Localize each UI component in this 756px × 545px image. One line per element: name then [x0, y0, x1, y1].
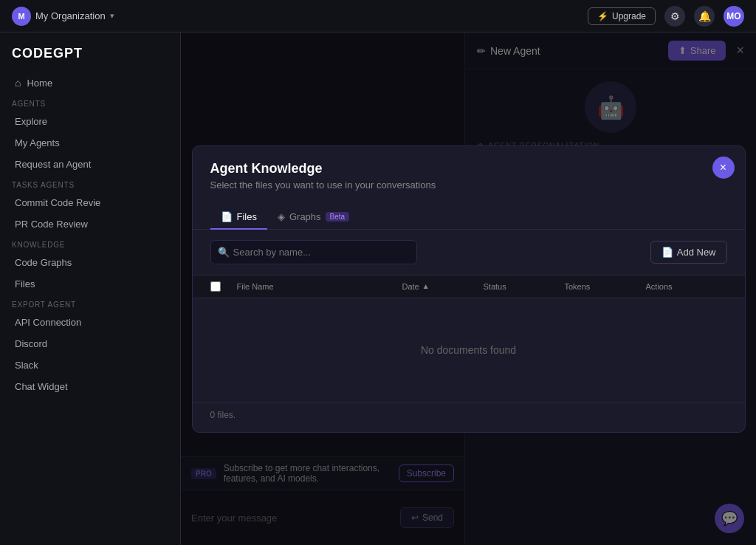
sidebar-section-tasks: Tasks Agents — [0, 175, 180, 192]
add-new-button[interactable]: 📄 Add New — [650, 241, 727, 264]
sidebar-item-slack[interactable]: Slack — [3, 354, 177, 376]
sidebar-section-agents: Agents — [0, 94, 180, 111]
sidebar-item-pr-code-review[interactable]: PR Code Review — [3, 213, 177, 235]
file-count: 0 files. — [210, 410, 236, 420]
sidebar-item-files[interactable]: Files — [3, 273, 177, 295]
sidebar-section-knowledge: Knowledge — [0, 235, 180, 252]
notifications-icon[interactable]: 🔔 — [694, 6, 715, 27]
select-all-checkbox[interactable] — [210, 281, 221, 292]
search-wrapper: 🔍 — [210, 240, 417, 264]
topbar: M My Organization ▾ ⚡ Upgrade ⚙ 🔔 MO — [0, 0, 756, 32]
graphs-tab-icon: ◈ — [278, 211, 285, 222]
commit-code-review-label: Commit Code Revie — [15, 197, 100, 208]
modal-title: Agent Knowledge — [210, 161, 727, 176]
main-layout: CODEGPT ⌂ Home Agents Explore My Agents … — [0, 32, 756, 545]
modal-header: Agent Knowledge Select the files you wan… — [193, 146, 745, 196]
sidebar-item-code-graphs[interactable]: Code Graphs — [3, 252, 177, 273]
sidebar-item-chat-widget[interactable]: Chat Widget — [3, 376, 177, 397]
files-tab-icon: 📄 — [221, 211, 233, 222]
sidebar-item-home[interactable]: ⌂ Home — [3, 72, 177, 94]
sidebar-section-export: Export Agent — [0, 295, 180, 312]
sidebar-item-my-agents[interactable]: My Agents — [3, 132, 177, 154]
slack-label: Slack — [15, 360, 38, 371]
sidebar-item-explore[interactable]: Explore — [3, 111, 177, 132]
upgrade-button[interactable]: ⚡ Upgrade — [588, 7, 656, 25]
agent-knowledge-modal: Agent Knowledge Select the files you wan… — [192, 145, 746, 433]
th-checkbox — [210, 281, 237, 292]
modal-overlay: Agent Knowledge Select the files you wan… — [181, 32, 756, 545]
modal-subtitle: Select the files you want to use in your… — [210, 179, 727, 191]
sidebar-item-request-agent[interactable]: Request an Agent — [3, 154, 177, 175]
topbar-left: M My Organization ▾ — [12, 7, 114, 26]
request-agent-label: Request an Agent — [15, 159, 91, 170]
org-chevron: ▾ — [110, 11, 114, 21]
logo: CODEGPT — [0, 40, 180, 72]
add-new-icon: 📄 — [662, 247, 673, 258]
code-graphs-label: Code Graphs — [15, 257, 72, 268]
th-actions: Actions — [646, 281, 727, 292]
sidebar: CODEGPT ⌂ Home Agents Explore My Agents … — [0, 32, 181, 545]
table-header: File Name Date ▲ Status Tokens Actions — [193, 275, 745, 298]
home-icon: ⌂ — [15, 77, 21, 89]
tab-graphs[interactable]: ◈ Graphs Beta — [267, 205, 360, 230]
modal-footer: 0 files. — [193, 402, 745, 432]
pr-code-review-label: PR Code Review — [15, 219, 88, 230]
org-avatar: M — [12, 7, 31, 26]
graphs-tab-label: Graphs — [289, 211, 321, 222]
sidebar-item-api-connection[interactable]: API Connection — [3, 312, 177, 333]
modal-toolbar: 🔍 📄 Add New — [193, 230, 745, 275]
sidebar-item-commit-code-review[interactable]: Commit Code Revie — [3, 192, 177, 213]
sidebar-item-discord[interactable]: Discord — [3, 333, 177, 354]
th-tokens: Tokens — [565, 281, 646, 292]
files-tab-label: Files — [237, 211, 257, 222]
modal-tabs: 📄 Files ◈ Graphs Beta — [193, 196, 745, 230]
discord-label: Discord — [15, 338, 47, 349]
org-name: My Organization — [35, 10, 106, 21]
tab-files[interactable]: 📄 Files — [210, 205, 267, 230]
api-connection-label: API Connection — [15, 317, 81, 328]
modal-close-button[interactable]: × — [712, 157, 735, 179]
content-area: ✏ New Agent ⬆ Share × 🤖 ⚙ AGENT PER — [181, 32, 756, 545]
upgrade-label: Upgrade — [612, 11, 646, 21]
upgrade-icon: ⚡ — [597, 11, 608, 21]
files-label: Files — [15, 278, 35, 289]
table-body: No documents found — [193, 298, 745, 402]
search-input[interactable] — [210, 240, 417, 264]
my-agents-label: My Agents — [15, 137, 60, 148]
th-date: Date ▲ — [402, 281, 484, 292]
user-avatar[interactable]: MO — [724, 6, 744, 27]
sidebar-item-home-label: Home — [27, 78, 52, 89]
topbar-right: ⚡ Upgrade ⚙ 🔔 MO — [588, 6, 744, 27]
beta-badge: Beta — [326, 212, 350, 222]
chat-widget-label: Chat Widget — [15, 381, 68, 392]
sort-icon: ▲ — [422, 282, 430, 290]
settings-icon[interactable]: ⚙ — [664, 6, 685, 27]
explore-label: Explore — [15, 116, 47, 127]
empty-state: No documents found — [421, 344, 516, 356]
search-icon: 🔍 — [218, 247, 230, 258]
th-filename: File Name — [237, 281, 402, 292]
th-status: Status — [484, 281, 565, 292]
